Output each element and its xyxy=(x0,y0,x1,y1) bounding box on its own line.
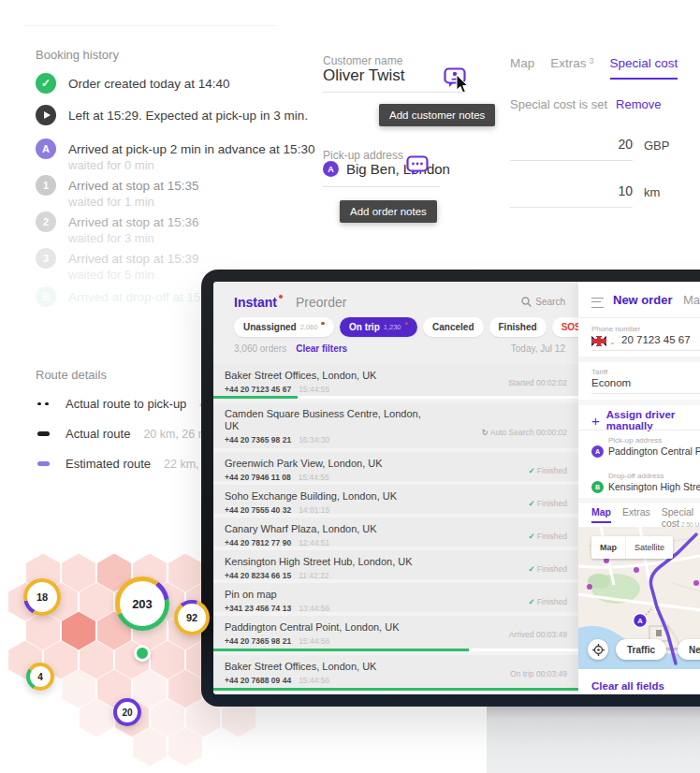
menu-icon[interactable] xyxy=(591,298,604,308)
order-phone: +44 20 7365 98 21 xyxy=(225,636,291,646)
nearest-drivers-button[interactable]: Nearest drivers xyxy=(678,639,700,660)
order-row[interactable]: Kensington High Street Hub, London, UK +… xyxy=(213,550,578,579)
tab-instant[interactable]: Instant xyxy=(234,295,283,310)
order-status: Auto Search 00:00:02 xyxy=(482,428,567,437)
dotted-route-icon xyxy=(37,402,52,406)
mini-map[interactable]: Tower of London A Map Satellite xyxy=(578,527,700,669)
tab-preorder[interactable]: Preorder xyxy=(296,295,346,310)
pickup-address-input[interactable]: Big Ben, London xyxy=(346,161,450,177)
order-time: 16:34:30 xyxy=(299,435,329,445)
alert-dot xyxy=(405,322,409,326)
order-phone: +44 20 7946 11 08 xyxy=(225,473,291,482)
heat-badge[interactable]: 92 xyxy=(174,600,210,635)
order-phone: +44 20 7123 45 67 xyxy=(225,385,291,394)
form-tabs: Map Extras Special cost2.50 US xyxy=(591,506,700,529)
pickup-address-label: Pick-up address xyxy=(323,149,403,162)
order-status: Finished xyxy=(528,532,567,541)
locate-button[interactable] xyxy=(588,639,608,660)
play-icon xyxy=(36,105,56,125)
monitor-stand xyxy=(487,707,700,773)
order-row[interactable]: Canary Wharf Plaza, London, UK +44 20 78… xyxy=(213,518,578,547)
dropoff-b-icon: B xyxy=(36,286,56,307)
order-row[interactable]: Paddington Central Point, London, UK +44… xyxy=(213,616,578,651)
route-legend-item: Actual route 20 km, 26 min xyxy=(37,427,217,441)
tariff-select[interactable]: Econom xyxy=(591,377,631,388)
booking-item: Order created today at 14:40 xyxy=(36,73,326,94)
order-row[interactable]: Soho Exchange Building, London, UK +44 2… xyxy=(213,485,578,514)
cost-tabs: Map Extras3 Special cost xyxy=(510,56,678,80)
route-legend-label: Estimated route xyxy=(66,457,151,471)
booking-item-text: Arrived at drop-off at 15:58 xyxy=(68,290,218,304)
map-type-map-button[interactable]: Map xyxy=(591,536,626,559)
target-icon xyxy=(592,644,605,656)
filter-finished[interactable]: Finished xyxy=(489,317,547,337)
progress-track xyxy=(213,396,578,399)
heat-badge[interactable]: 4 xyxy=(26,663,54,691)
order-phone: +44 20 7555 40 32 xyxy=(225,505,291,515)
special-cost-amount-input[interactable]: 20 xyxy=(510,137,633,161)
customer-notes-tooltip: Add customer notes xyxy=(379,104,495,126)
booking-item-text: Arrived at pick-up 2 min in advance at 1… xyxy=(68,142,314,156)
order-row[interactable]: Baker Street Offices, London, UK +44 20 … xyxy=(213,364,578,399)
form-tab-map[interactable]: Map xyxy=(591,506,611,523)
booking-item: A Arrived at pick-up 2 min in advance at… xyxy=(36,139,326,159)
monitor-frame: Instant Preorder Search Unassigned2,060 … xyxy=(201,270,700,707)
dropoff-field[interactable]: Kensington High Street Hub, London, UK xyxy=(608,481,700,492)
tab-new-order[interactable]: New order xyxy=(613,293,673,307)
pickup-a-icon: A xyxy=(36,139,56,159)
order-row[interactable]: Greenwich Park View, London, UK +44 20 7… xyxy=(213,452,578,481)
alert-dot xyxy=(321,322,325,326)
heat-badge[interactable]: 20 xyxy=(113,698,141,726)
map-type-control: Map Satellite xyxy=(591,536,673,559)
tab-extras[interactable]: Extras3 xyxy=(550,56,593,70)
progress-fill xyxy=(213,396,298,399)
order-phone: +44 20 8234 66 15 xyxy=(225,571,291,580)
filter-on-trip[interactable]: On trip1,230 xyxy=(340,317,417,337)
heat-badge[interactable]: 18 xyxy=(23,578,61,616)
section-band xyxy=(578,400,700,405)
order-phone: +44 20 7688 09 44 xyxy=(225,676,291,685)
clear-all-fields-link[interactable]: Clear all fields xyxy=(591,680,664,692)
remove-link[interactable]: Remove xyxy=(616,97,661,111)
phone-input[interactable]: 20 7123 45 67 xyxy=(621,334,691,345)
order-row[interactable]: Camden Square Business Centre, London, U… xyxy=(213,402,578,448)
tab-map[interactable]: Map xyxy=(510,56,534,70)
booking-item: 3 Arrived at stop at 15:39 xyxy=(36,248,326,269)
form-tab-special[interactable]: Special cost2.50 US xyxy=(662,506,700,529)
special-cost-status: Special cost is set Remove xyxy=(510,97,661,111)
order-time: 15:44:55 xyxy=(299,473,329,482)
form-tab-extras[interactable]: Extras xyxy=(622,506,650,518)
filter-canceled[interactable]: Canceled xyxy=(423,317,483,337)
pickup-field[interactable]: Paddington Central Point, London, UK xyxy=(608,445,700,457)
traffic-button[interactable]: Traffic xyxy=(616,639,666,660)
orders-count: 3,060 orders xyxy=(234,343,286,354)
booking-item-sub: waited for 1 min xyxy=(68,195,154,209)
section-band xyxy=(578,498,700,503)
filter-unassigned[interactable]: Unassigned2,060 xyxy=(234,317,334,337)
uk-flag-icon[interactable] xyxy=(591,336,606,346)
order-phone: +341 23 456 74 13 xyxy=(225,604,291,613)
order-notes-icon[interactable] xyxy=(406,155,430,176)
tab-map-panel[interactable]: Map xyxy=(683,293,700,307)
stop-3-icon: 3 xyxy=(36,248,56,269)
map-type-satellite-button[interactable]: Satellite xyxy=(626,536,673,559)
tab-special-cost[interactable]: Special cost xyxy=(610,56,678,80)
customer-name-input[interactable]: Oliver Twist xyxy=(323,66,405,85)
order-status: Finished xyxy=(528,466,567,475)
order-row[interactable]: Baker Street Offices, London, UK +44 20 … xyxy=(213,655,578,691)
clear-filters-link[interactable]: Clear filters xyxy=(296,343,347,354)
special-cost-distance-input[interactable]: 10 xyxy=(510,183,633,208)
search-button[interactable]: Search xyxy=(521,297,565,307)
dropoff-field-label: Drop-off address xyxy=(608,472,664,480)
dispatch-screen: Instant Preorder Search Unassigned2,060 … xyxy=(213,282,700,694)
pickup-a-marker: A xyxy=(323,161,339,177)
booking-history-title: Booking history xyxy=(36,48,119,62)
chevron-down-icon[interactable]: ⌄ xyxy=(609,338,616,346)
order-row[interactable]: Pin on map +341 23 456 74 1313:44:56 Fin… xyxy=(213,583,578,612)
progress-fill xyxy=(213,688,578,691)
order-status: On trip 00:03:49 xyxy=(510,669,567,678)
order-status: Finished xyxy=(528,499,567,508)
page: Booking history Order created today at 1… xyxy=(0,0,700,773)
heat-badge[interactable]: 203 xyxy=(115,576,169,631)
assign-driver-button[interactable]: + Assign driver manually xyxy=(591,409,700,431)
